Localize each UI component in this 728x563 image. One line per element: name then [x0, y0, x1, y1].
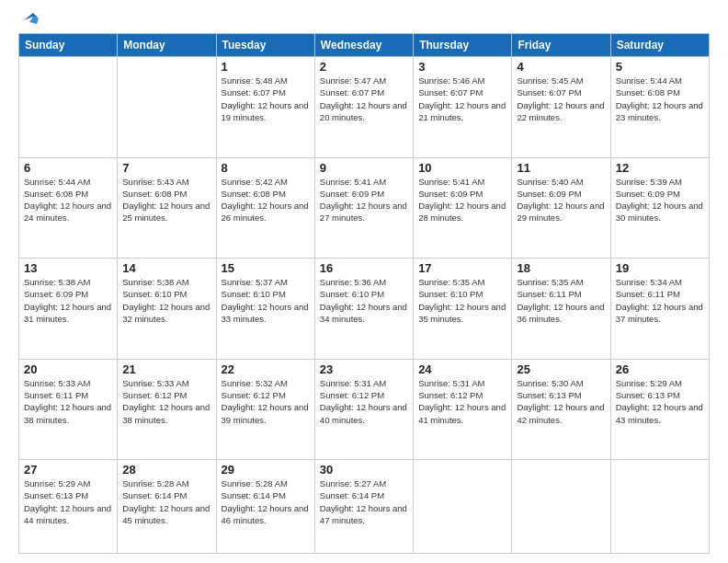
day-number: 6: [24, 161, 112, 175]
calendar-cell: 17Sunrise: 5:35 AMSunset: 6:10 PMDayligh…: [414, 259, 512, 360]
calendar-cell: 12Sunrise: 5:39 AMSunset: 6:09 PMDayligh…: [610, 157, 709, 259]
day-info: Sunrise: 5:39 AMSunset: 6:09 PMDaylight:…: [616, 176, 704, 224]
calendar-cell: 30Sunrise: 5:27 AMSunset: 6:14 PMDayligh…: [314, 460, 413, 554]
logo: [18, 15, 42, 26]
calendar-cell: 5Sunrise: 5:44 AMSunset: 6:08 PMDaylight…: [610, 57, 709, 158]
calendar-cell: [19, 57, 118, 158]
calendar-cell: 13Sunrise: 5:38 AMSunset: 6:09 PMDayligh…: [19, 259, 118, 360]
day-number: 20: [24, 362, 112, 376]
calendar-cell: 3Sunrise: 5:46 AMSunset: 6:07 PMDaylight…: [414, 57, 512, 158]
day-info: Sunrise: 5:36 AMSunset: 6:10 PMDaylight:…: [320, 276, 408, 325]
calendar-cell: [610, 460, 709, 554]
day-number: 21: [122, 362, 210, 376]
day-info: Sunrise: 5:31 AMSunset: 6:12 PMDaylight:…: [418, 377, 506, 426]
day-info: Sunrise: 5:33 AMSunset: 6:12 PMDaylight:…: [122, 377, 210, 426]
th-tuesday: Tuesday: [216, 34, 314, 57]
day-info: Sunrise: 5:38 AMSunset: 6:09 PMDaylight:…: [24, 276, 112, 325]
day-info: Sunrise: 5:47 AMSunset: 6:07 PMDaylight:…: [320, 75, 408, 123]
day-number: 8: [222, 161, 310, 175]
day-info: Sunrise: 5:30 AMSunset: 6:13 PMDaylight:…: [517, 377, 605, 426]
day-info: Sunrise: 5:46 AMSunset: 6:07 PMDaylight:…: [418, 75, 506, 123]
day-number: 30: [320, 463, 408, 477]
calendar-cell: 15Sunrise: 5:37 AMSunset: 6:10 PMDayligh…: [216, 259, 314, 360]
day-info: Sunrise: 5:27 AMSunset: 6:14 PMDaylight:…: [320, 477, 408, 526]
day-number: 3: [418, 60, 506, 74]
header: [18, 15, 710, 26]
day-info: Sunrise: 5:35 AMSunset: 6:10 PMDaylight:…: [418, 276, 506, 325]
weekday-header-row: Sunday Monday Tuesday Wednesday Thursday…: [19, 34, 710, 57]
day-number: 13: [24, 261, 112, 275]
day-number: 5: [616, 60, 704, 74]
day-info: Sunrise: 5:38 AMSunset: 6:10 PMDaylight:…: [122, 276, 210, 325]
day-number: 17: [418, 261, 506, 275]
calendar-cell: 20Sunrise: 5:33 AMSunset: 6:11 PMDayligh…: [19, 359, 118, 460]
day-number: 27: [24, 463, 112, 477]
calendar-cell: 28Sunrise: 5:28 AMSunset: 6:14 PMDayligh…: [118, 460, 216, 554]
calendar-cell: 16Sunrise: 5:36 AMSunset: 6:10 PMDayligh…: [314, 259, 413, 360]
day-number: 24: [418, 362, 506, 376]
day-number: 10: [418, 161, 506, 175]
logo-bird-icon: [20, 11, 42, 29]
day-info: Sunrise: 5:43 AMSunset: 6:08 PMDaylight:…: [122, 176, 210, 224]
th-thursday: Thursday: [414, 34, 512, 57]
day-info: Sunrise: 5:44 AMSunset: 6:08 PMDaylight:…: [616, 75, 704, 123]
day-number: 26: [616, 362, 704, 376]
day-number: 2: [320, 60, 408, 74]
day-number: 22: [222, 362, 310, 376]
th-friday: Friday: [512, 34, 610, 57]
day-info: Sunrise: 5:42 AMSunset: 6:08 PMDaylight:…: [222, 176, 310, 224]
calendar-cell: 24Sunrise: 5:31 AMSunset: 6:12 PMDayligh…: [414, 359, 512, 460]
calendar-cell: 23Sunrise: 5:31 AMSunset: 6:12 PMDayligh…: [314, 359, 413, 460]
th-sunday: Sunday: [19, 34, 118, 57]
day-number: 16: [320, 261, 408, 275]
th-wednesday: Wednesday: [314, 34, 413, 57]
th-saturday: Saturday: [610, 34, 709, 57]
calendar-cell: 14Sunrise: 5:38 AMSunset: 6:10 PMDayligh…: [118, 259, 216, 360]
calendar-cell: 8Sunrise: 5:42 AMSunset: 6:08 PMDaylight…: [216, 157, 314, 259]
calendar-cell: 10Sunrise: 5:41 AMSunset: 6:09 PMDayligh…: [414, 157, 512, 259]
day-number: 23: [320, 362, 408, 376]
day-info: Sunrise: 5:37 AMSunset: 6:10 PMDaylight:…: [222, 276, 310, 325]
day-info: Sunrise: 5:32 AMSunset: 6:12 PMDaylight:…: [222, 377, 310, 426]
day-number: 9: [320, 161, 408, 175]
day-info: Sunrise: 5:41 AMSunset: 6:09 PMDaylight:…: [418, 176, 506, 224]
week-row-5: 27Sunrise: 5:29 AMSunset: 6:13 PMDayligh…: [19, 460, 710, 554]
calendar-cell: 6Sunrise: 5:44 AMSunset: 6:08 PMDaylight…: [19, 157, 118, 259]
calendar-cell: 22Sunrise: 5:32 AMSunset: 6:12 PMDayligh…: [216, 359, 314, 460]
calendar-cell: 2Sunrise: 5:47 AMSunset: 6:07 PMDaylight…: [314, 57, 413, 158]
day-number: 18: [517, 261, 605, 275]
day-number: 1: [222, 60, 310, 74]
day-number: 12: [616, 161, 704, 175]
week-row-4: 20Sunrise: 5:33 AMSunset: 6:11 PMDayligh…: [19, 359, 710, 460]
day-number: 29: [222, 463, 310, 477]
calendar: Sunday Monday Tuesday Wednesday Thursday…: [18, 33, 710, 554]
day-info: Sunrise: 5:28 AMSunset: 6:14 PMDaylight:…: [222, 477, 310, 526]
day-number: 14: [122, 261, 210, 275]
calendar-cell: [414, 460, 512, 554]
day-number: 11: [517, 161, 605, 175]
calendar-cell: 9Sunrise: 5:41 AMSunset: 6:09 PMDaylight…: [314, 157, 413, 259]
day-info: Sunrise: 5:44 AMSunset: 6:08 PMDaylight:…: [24, 176, 112, 224]
day-info: Sunrise: 5:33 AMSunset: 6:11 PMDaylight:…: [24, 377, 112, 426]
week-row-2: 6Sunrise: 5:44 AMSunset: 6:08 PMDaylight…: [19, 157, 710, 259]
calendar-cell: [118, 57, 216, 158]
calendar-cell: 4Sunrise: 5:45 AMSunset: 6:07 PMDaylight…: [512, 57, 610, 158]
calendar-cell: 26Sunrise: 5:29 AMSunset: 6:13 PMDayligh…: [610, 359, 709, 460]
page: Sunday Monday Tuesday Wednesday Thursday…: [0, 0, 728, 563]
calendar-cell: 1Sunrise: 5:48 AMSunset: 6:07 PMDaylight…: [216, 57, 314, 158]
day-number: 7: [122, 161, 210, 175]
th-monday: Monday: [118, 34, 216, 57]
calendar-cell: 19Sunrise: 5:34 AMSunset: 6:11 PMDayligh…: [610, 259, 709, 360]
day-info: Sunrise: 5:28 AMSunset: 6:14 PMDaylight:…: [122, 477, 210, 526]
day-number: 25: [517, 362, 605, 376]
day-info: Sunrise: 5:41 AMSunset: 6:09 PMDaylight:…: [320, 176, 408, 224]
day-info: Sunrise: 5:48 AMSunset: 6:07 PMDaylight:…: [222, 75, 310, 123]
week-row-1: 1Sunrise: 5:48 AMSunset: 6:07 PMDaylight…: [19, 57, 710, 158]
day-number: 15: [222, 261, 310, 275]
calendar-cell: 7Sunrise: 5:43 AMSunset: 6:08 PMDaylight…: [118, 157, 216, 259]
day-number: 28: [122, 463, 210, 477]
calendar-cell: [512, 460, 610, 554]
day-info: Sunrise: 5:35 AMSunset: 6:11 PMDaylight:…: [517, 276, 605, 325]
day-number: 19: [616, 261, 704, 275]
calendar-cell: 29Sunrise: 5:28 AMSunset: 6:14 PMDayligh…: [216, 460, 314, 554]
